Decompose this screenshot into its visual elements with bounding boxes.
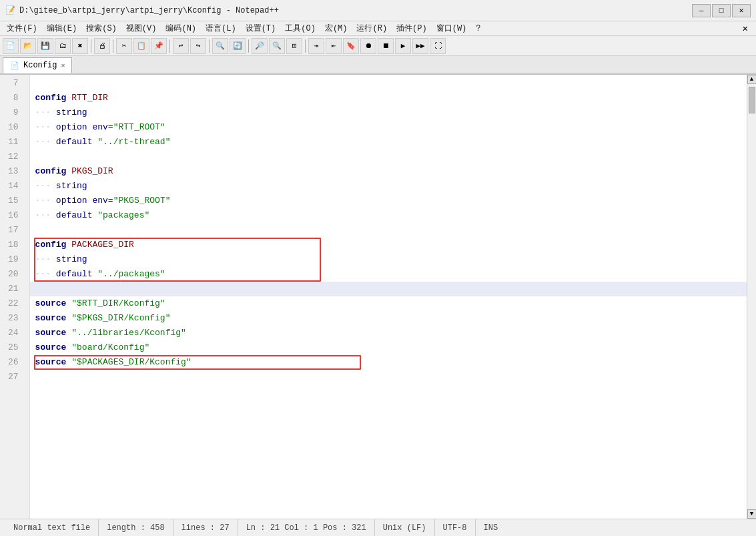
line-number-22: 22 (5, 296, 24, 311)
code-area[interactable]: config RTT_DIR··· string··· option env="… (30, 75, 747, 519)
code-line-12[interactable] (30, 150, 747, 164)
cut-button[interactable]: ✂ (116, 38, 132, 54)
restore-zoom-button[interactable]: ⊡ (286, 38, 302, 54)
save-all-button[interactable]: 🗂 (55, 38, 71, 54)
scrollbar-thumb[interactable] (749, 87, 755, 113)
line-number-25: 25 (5, 340, 24, 355)
scroll-down-button[interactable]: ▼ (747, 509, 757, 519)
status-line-ending: Unix (LF) (375, 519, 435, 536)
print-button[interactable]: 🖨 (94, 38, 110, 54)
line-number-21: 21 (5, 282, 24, 296)
menu-run[interactable]: 运行(R) (352, 22, 391, 35)
code-line-17[interactable] (30, 223, 747, 238)
separator3 (169, 39, 170, 53)
code-line-21[interactable] (30, 282, 747, 296)
tab-label: Kconfig (23, 61, 57, 70)
code-line-15[interactable]: ··· option env="PKGS_ROOT" (30, 194, 747, 208)
find-button[interactable]: 🔍 (212, 38, 228, 54)
macro-rec-button[interactable]: ⏺ (360, 38, 376, 54)
menu-file[interactable]: 文件(F) (3, 22, 41, 35)
line-number-15: 15 (5, 194, 24, 208)
scroll-up-button[interactable]: ▲ (747, 75, 757, 84)
tab-close-button[interactable]: ✕ (61, 61, 65, 69)
run-button[interactable]: ▶▶ (412, 38, 428, 54)
code-line-26[interactable]: source "$PACKAGES_DIR/Kconfig" (30, 355, 747, 370)
line-number-7: 7 (5, 76, 24, 91)
code-line-10[interactable]: ··· option env="RTT_ROOT" (30, 120, 747, 135)
line-numbers: 789101112131415161718192021222324252627 (0, 75, 30, 519)
code-line-27[interactable] (30, 370, 747, 384)
macro-stop-button[interactable]: ⏹ (378, 38, 394, 54)
window-title: D:\gitee_b\artpi_jerry\artpi_jerry\Kconf… (19, 6, 279, 15)
app-icon: 📝 (5, 5, 15, 15)
code-line-19[interactable]: ··· string (30, 252, 747, 267)
undo-button[interactable]: ↩ (173, 38, 189, 54)
zoom-in-button[interactable]: 🔎 (252, 38, 268, 54)
menu-plugins[interactable]: 插件(P) (392, 22, 431, 35)
menu-bar: 文件(F) 编辑(E) 搜索(S) 视图(V) 编码(N) 语言(L) 设置(T… (0, 21, 756, 36)
menu-encode[interactable]: 编码(N) (161, 22, 200, 35)
tab-kconfig[interactable]: 📄 Kconfig ✕ (3, 57, 72, 73)
code-line-16[interactable]: ··· default "packages" (30, 208, 747, 223)
status-length: length : 458 (99, 519, 173, 536)
code-line-13[interactable]: config PKGS_DIR (30, 164, 747, 179)
line-number-16: 16 (5, 208, 24, 223)
code-line-22[interactable]: source "$RTT_DIR/Kconfig" (30, 296, 747, 311)
title-bar: 📝 D:\gitee_b\artpi_jerry\artpi_jerry\Kco… (0, 0, 756, 21)
macro-play-button[interactable]: ▶ (395, 38, 411, 54)
scrollbar[interactable]: ▲ ▼ (747, 75, 756, 519)
code-line-14[interactable]: ··· string (30, 179, 747, 194)
close-button[interactable]: ✕ (732, 4, 751, 17)
copy-button[interactable]: 📋 (133, 38, 149, 54)
code-line-8[interactable]: config RTT_DIR (30, 91, 747, 105)
code-line-23[interactable]: source "$PKGS_DIR/Kconfig" (30, 311, 747, 326)
menu-tools[interactable]: 工具(O) (281, 22, 320, 35)
menu-language[interactable]: 语言(L) (202, 22, 240, 35)
indent-button[interactable]: ⇥ (308, 38, 324, 54)
menu-help[interactable]: ? (472, 23, 484, 34)
code-line-9[interactable]: ··· string (30, 105, 747, 120)
status-insert-mode: INS (476, 519, 506, 536)
line-number-10: 10 (5, 120, 24, 135)
open-button[interactable]: 📂 (20, 38, 36, 54)
title-bar-controls: — □ ✕ (692, 4, 751, 17)
code-line-20[interactable]: ··· default "../packages" (30, 267, 747, 282)
code-line-11[interactable]: ··· default "../rt-thread" (30, 135, 747, 150)
line-number-19: 19 (5, 252, 24, 267)
line-number-26: 26 (5, 355, 24, 370)
menu-edit[interactable]: 编辑(E) (43, 22, 81, 35)
menu-search[interactable]: 搜索(S) (82, 22, 121, 35)
bookmark-button[interactable]: 🔖 (343, 38, 359, 54)
code-line-18[interactable]: config PACKAGES_DIR (30, 238, 747, 252)
paste-button[interactable]: 📌 (151, 38, 167, 54)
unindent-button[interactable]: ⇤ (326, 38, 342, 54)
code-line-24[interactable]: source "../libraries/Kconfig" (30, 326, 747, 340)
new-button[interactable]: 📄 (3, 38, 19, 54)
status-bar: Normal text file length : 458 lines : 27… (0, 519, 756, 536)
status-lines: lines : 27 (173, 519, 238, 536)
line-number-20: 20 (5, 267, 24, 282)
status-file-type: Normal text file (5, 519, 99, 536)
separator1 (91, 39, 91, 53)
close-button2[interactable]: ✖ (72, 38, 88, 54)
zoom-out-button[interactable]: 🔍 (269, 38, 285, 54)
close-plugin-panel[interactable]: ✕ (737, 23, 753, 34)
code-line-25[interactable]: source "board/Kconfig" (30, 340, 747, 355)
fullscreen-button[interactable]: ⛶ (430, 38, 446, 54)
save-button[interactable]: 💾 (37, 38, 53, 54)
menu-settings[interactable]: 设置(T) (242, 22, 280, 35)
line-number-14: 14 (5, 179, 24, 194)
separator2 (113, 39, 113, 53)
code-line-7[interactable] (30, 76, 747, 91)
menu-window[interactable]: 窗口(W) (432, 22, 471, 35)
menu-macro[interactable]: 宏(M) (321, 22, 352, 35)
line-number-12: 12 (5, 150, 24, 164)
editor-container: 789101112131415161718192021222324252627 … (0, 75, 756, 519)
maximize-button[interactable]: □ (712, 4, 731, 17)
replace-button[interactable]: 🔄 (230, 38, 246, 54)
redo-button[interactable]: ↪ (190, 38, 206, 54)
menu-view[interactable]: 视图(V) (122, 22, 161, 35)
separator4 (209, 39, 210, 53)
minimize-button[interactable]: — (692, 4, 711, 17)
line-number-8: 8 (5, 91, 24, 105)
